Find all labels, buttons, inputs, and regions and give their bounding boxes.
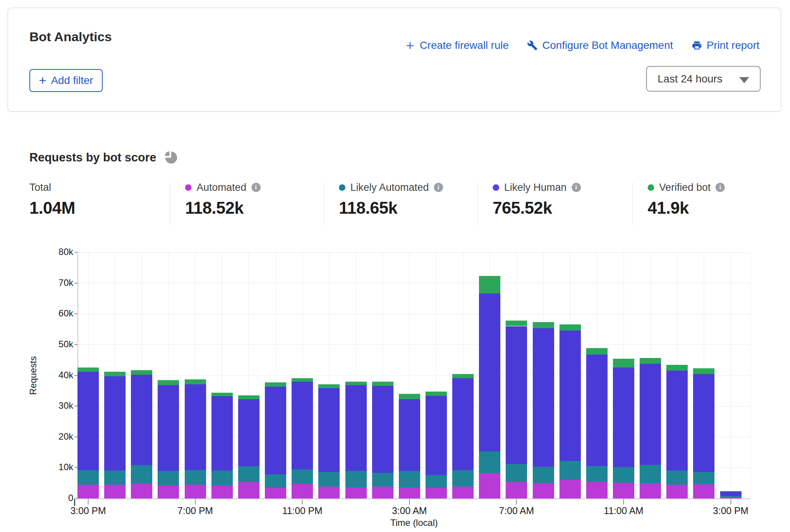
bar-segment-likely-automated[interactable] bbox=[452, 470, 474, 487]
bar-segment-automated[interactable] bbox=[613, 483, 634, 498]
bar-segment-likely-human[interactable] bbox=[693, 374, 714, 472]
bar-segment-verified-bot[interactable] bbox=[533, 322, 554, 328]
bar-segment-likely-human[interactable] bbox=[238, 399, 260, 467]
bar-segment-likely-automated[interactable] bbox=[104, 471, 126, 485]
bar-segment-likely-automated[interactable] bbox=[720, 496, 742, 497]
info-icon[interactable]: i bbox=[434, 183, 443, 192]
bar-segment-likely-human[interactable] bbox=[77, 372, 99, 470]
bar-segment-likely-human[interactable] bbox=[185, 384, 206, 470]
bar-segment-automated[interactable] bbox=[533, 483, 554, 498]
bar-segment-likely-automated[interactable] bbox=[559, 461, 581, 479]
bar-segment-likely-human[interactable] bbox=[265, 387, 286, 475]
bar-segment-likely-human[interactable] bbox=[720, 492, 742, 496]
bar-segment-automated[interactable] bbox=[399, 487, 420, 498]
bar-segment-likely-human[interactable] bbox=[586, 355, 608, 466]
bar-segment-automated[interactable] bbox=[238, 482, 260, 498]
bar-segment-verified-bot[interactable] bbox=[613, 359, 634, 368]
bar-segment-likely-automated[interactable] bbox=[238, 466, 260, 482]
bar-segment-verified-bot[interactable] bbox=[693, 368, 714, 374]
bar-segment-likely-automated[interactable] bbox=[693, 472, 714, 484]
bar-segment-likely-automated[interactable] bbox=[586, 466, 608, 482]
bar-segment-likely-human[interactable] bbox=[292, 382, 313, 469]
bar-segment-likely-automated[interactable] bbox=[158, 471, 179, 485]
bar-segment-likely-automated[interactable] bbox=[666, 471, 688, 485]
bar-segment-automated[interactable] bbox=[131, 484, 152, 498]
bar-segment-likely-human[interactable] bbox=[131, 375, 152, 465]
bar-segment-automated[interactable] bbox=[158, 485, 179, 498]
bar-segment-likely-human[interactable] bbox=[640, 364, 661, 465]
bar-segment-automated[interactable] bbox=[292, 484, 313, 498]
bar-segment-likely-automated[interactable] bbox=[640, 465, 661, 483]
bar-segment-verified-bot[interactable] bbox=[399, 394, 420, 400]
bar-segment-likely-human[interactable] bbox=[452, 378, 474, 470]
bar-segment-automated[interactable] bbox=[372, 487, 393, 498]
bar-segment-automated[interactable] bbox=[426, 488, 447, 498]
info-icon[interactable]: i bbox=[716, 183, 725, 192]
bar-segment-verified-bot[interactable] bbox=[131, 370, 152, 375]
bar-segment-likely-human[interactable] bbox=[318, 388, 340, 472]
bar-segment-likely-human[interactable] bbox=[506, 326, 527, 464]
bar-segment-likely-human[interactable] bbox=[211, 396, 233, 470]
print-report-link[interactable]: Print report bbox=[692, 39, 760, 52]
bar-segment-automated[interactable] bbox=[104, 485, 126, 498]
time-range-select[interactable]: Last 24 hours bbox=[646, 66, 761, 92]
bar-segment-likely-human[interactable] bbox=[533, 328, 554, 467]
bar-segment-verified-bot[interactable] bbox=[479, 276, 500, 293]
bar-segment-likely-automated[interactable] bbox=[292, 469, 313, 484]
bar-segment-likely-automated[interactable] bbox=[399, 471, 420, 487]
bar-segment-verified-bot[interactable] bbox=[586, 348, 608, 355]
bar-segment-likely-human[interactable] bbox=[426, 396, 447, 475]
bar-segment-automated[interactable] bbox=[479, 473, 500, 498]
bar-segment-likely-automated[interactable] bbox=[479, 451, 500, 473]
bar-segment-verified-bot[interactable] bbox=[238, 395, 260, 399]
bar-segment-likely-human[interactable] bbox=[104, 376, 126, 471]
bar-segment-automated[interactable] bbox=[77, 485, 99, 498]
bar-segment-automated[interactable] bbox=[693, 484, 714, 498]
info-icon[interactable]: i bbox=[572, 183, 581, 192]
bar-segment-likely-human[interactable] bbox=[372, 386, 393, 473]
bar-segment-verified-bot[interactable] bbox=[185, 379, 206, 384]
bar-segment-likely-automated[interactable] bbox=[185, 470, 206, 485]
bar-segment-likely-automated[interactable] bbox=[372, 473, 393, 486]
bar-segment-automated[interactable] bbox=[318, 487, 340, 498]
bar-segment-verified-bot[interactable] bbox=[559, 324, 581, 330]
bar-segment-likely-human[interactable] bbox=[399, 399, 420, 471]
bar-segment-automated[interactable] bbox=[185, 485, 206, 498]
bar-segment-likely-automated[interactable] bbox=[131, 465, 152, 484]
bar-segment-likely-automated[interactable] bbox=[77, 470, 99, 485]
bar-segment-likely-human[interactable] bbox=[345, 385, 367, 471]
bar-segment-verified-bot[interactable] bbox=[452, 374, 474, 378]
bar-segment-verified-bot[interactable] bbox=[211, 393, 233, 396]
bar-segment-verified-bot[interactable] bbox=[506, 321, 527, 326]
bar-segment-likely-automated[interactable] bbox=[613, 467, 634, 483]
bar-segment-verified-bot[interactable] bbox=[318, 384, 340, 388]
bar-segment-verified-bot[interactable] bbox=[292, 378, 313, 382]
bar-segment-likely-automated[interactable] bbox=[211, 471, 233, 486]
bar-segment-automated[interactable] bbox=[559, 480, 581, 498]
bar-segment-verified-bot[interactable] bbox=[265, 382, 286, 386]
bar-segment-verified-bot[interactable] bbox=[426, 392, 447, 395]
bar-segment-likely-automated[interactable] bbox=[265, 474, 286, 488]
bar-segment-likely-automated[interactable] bbox=[345, 471, 367, 487]
bar-segment-likely-automated[interactable] bbox=[426, 475, 447, 488]
bar-segment-verified-bot[interactable] bbox=[720, 491, 742, 492]
bar-segment-automated[interactable] bbox=[640, 483, 661, 498]
bar-segment-automated[interactable] bbox=[586, 482, 608, 498]
create-firewall-rule-link[interactable]: Create firewall rule bbox=[405, 39, 509, 52]
add-filter-button[interactable]: + Add filter bbox=[29, 69, 103, 92]
bar-segment-verified-bot[interactable] bbox=[158, 380, 179, 385]
bar-segment-likely-human[interactable] bbox=[479, 293, 500, 451]
bar-segment-verified-bot[interactable] bbox=[666, 365, 688, 371]
configure-bot-management-link[interactable]: Configure Bot Management bbox=[527, 39, 673, 52]
bar-segment-automated[interactable] bbox=[265, 488, 286, 498]
bar-segment-verified-bot[interactable] bbox=[104, 372, 126, 376]
bar-segment-verified-bot[interactable] bbox=[77, 368, 99, 371]
info-icon[interactable]: i bbox=[252, 183, 261, 192]
bar-segment-automated[interactable] bbox=[506, 482, 527, 498]
bar-segment-verified-bot[interactable] bbox=[372, 382, 393, 385]
bar-segment-verified-bot[interactable] bbox=[640, 358, 661, 364]
bar-segment-likely-human[interactable] bbox=[559, 330, 581, 461]
bar-segment-automated[interactable] bbox=[452, 487, 474, 498]
bar-segment-likely-automated[interactable] bbox=[533, 467, 554, 483]
bar-segment-likely-automated[interactable] bbox=[506, 464, 527, 482]
